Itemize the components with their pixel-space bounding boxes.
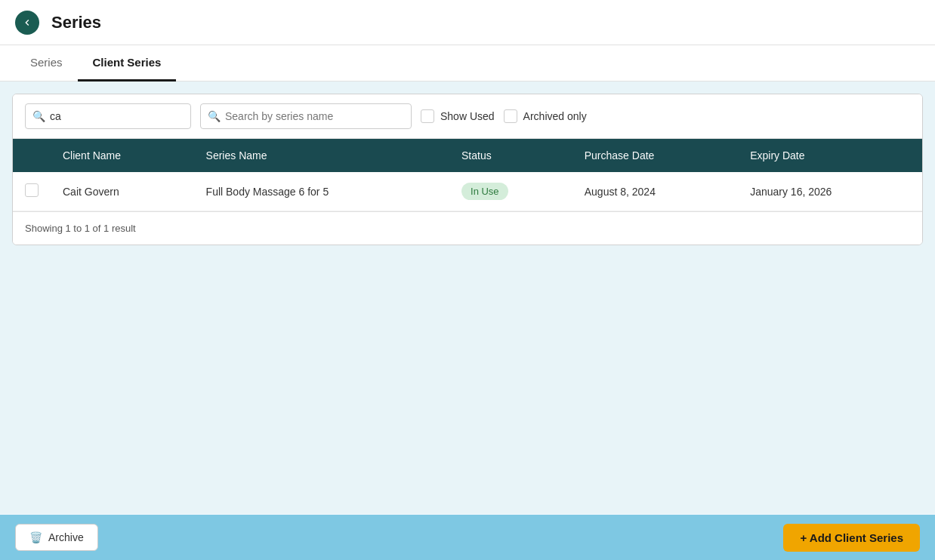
series-search-icon: 🔍 [208, 110, 221, 122]
page-title: Series [51, 13, 101, 32]
table-header: Client Name Series Name Status Purchase … [13, 139, 922, 172]
col-series-name: Series Name [194, 139, 449, 172]
col-expiry-date: Expiry Date [738, 139, 922, 172]
archived-only-checkbox[interactable] [504, 109, 517, 123]
tab-client-series[interactable]: Client Series [78, 45, 177, 82]
data-table: Client Name Series Name Status Purchase … [13, 139, 922, 211]
table-row: Cait Govern Full Body Massage 6 for 5 In… [13, 172, 922, 211]
archive-icon: 🗑️ [29, 531, 42, 543]
archived-only-label[interactable]: Archived only [504, 109, 587, 123]
filters-row: 🔍 🔍 Show Used Archived only [13, 94, 922, 139]
main-content: 🔍 🔍 Show Used Archived only Clien [0, 82, 935, 514]
back-button[interactable] [15, 11, 39, 35]
add-client-series-button[interactable]: + Add Client Series [783, 524, 920, 552]
col-status: Status [449, 139, 572, 172]
series-search-wrapper: 🔍 [200, 103, 412, 129]
archive-label: Archive [48, 531, 84, 543]
show-used-label[interactable]: Show Used [421, 109, 495, 123]
header: Series [0, 0, 935, 45]
bottom-bar: 🗑️ Archive + Add Client Series [0, 515, 935, 560]
client-search-icon: 🔍 [32, 110, 45, 122]
status-badge: In Use [461, 183, 508, 200]
client-search-wrapper: 🔍 [25, 103, 191, 129]
purchase-date-cell: August 8, 2024 [572, 172, 738, 211]
pagination-text: Showing 1 to 1 of 1 result [25, 223, 136, 234]
table-container: 🔍 🔍 Show Used Archived only Clien [12, 94, 923, 245]
add-client-series-label: + Add Client Series [800, 531, 903, 544]
client-name-cell: Cait Govern [51, 172, 194, 211]
show-used-text: Show Used [440, 110, 495, 122]
show-used-checkbox[interactable] [421, 109, 434, 123]
col-purchase-date: Purchase Date [572, 139, 738, 172]
tabs-container: Series Client Series [0, 45, 935, 82]
expiry-date-cell: January 16, 2026 [738, 172, 922, 211]
tab-series[interactable]: Series [15, 45, 78, 82]
row-select-cell [13, 172, 51, 211]
col-client-name: Client Name [51, 139, 194, 172]
archive-button[interactable]: 🗑️ Archive [15, 524, 98, 551]
pagination-row: Showing 1 to 1 of 1 result [13, 211, 922, 245]
client-search-input[interactable] [25, 103, 191, 129]
series-name-cell: Full Body Massage 6 for 5 [194, 172, 449, 211]
archived-only-text: Archived only [523, 110, 587, 122]
row-checkbox[interactable] [25, 183, 39, 197]
col-select [13, 139, 51, 172]
status-cell: In Use [449, 172, 572, 211]
series-search-input[interactable] [200, 103, 412, 129]
table-body: Cait Govern Full Body Massage 6 for 5 In… [13, 172, 922, 211]
